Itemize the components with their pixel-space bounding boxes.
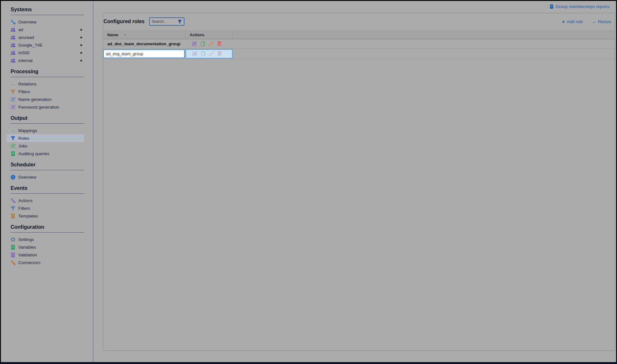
wrench-icon	[11, 260, 15, 265]
funnel-icon	[11, 136, 15, 141]
section-divider	[11, 193, 84, 194]
left-right-arrows-icon: ↔	[11, 82, 15, 86]
caret-right-icon: ▶	[80, 43, 84, 47]
table-row-editing	[103, 49, 614, 59]
pencil-icon[interactable]	[209, 51, 214, 56]
section-title: Output	[11, 115, 93, 121]
panel-toolbar: Configured roles + Add role ↔ Resize	[103, 13, 614, 26]
sidebar-item-label: Auditing queries	[18, 151, 49, 156]
sidebar-item-label: Mappings	[18, 128, 37, 133]
sidebar-item-variables[interactable]: Variables	[11, 243, 84, 251]
doc-pencil-icon	[11, 97, 15, 102]
trash-icon[interactable]	[217, 51, 222, 56]
sidebar-section-configuration: Configuration Settings Variables Validat…	[11, 224, 93, 266]
section-title: Events	[11, 185, 93, 191]
table-row: ad_doc_team_documentation_group	[103, 39, 614, 49]
users-icon	[11, 35, 15, 40]
role-name-cell: ad_doc_team_documentation_group	[103, 41, 185, 46]
sidebar-item-connectors[interactable]: Connectors	[11, 259, 84, 266]
document-icon	[11, 214, 15, 218]
sidebar: Systems Overview ad ▶ azuread ▶ Google_T…	[1, 1, 94, 362]
column-header-name[interactable]: Name ↑	[103, 31, 185, 39]
sidebar-item-google-t4e[interactable]: Google_T4E ▶	[11, 41, 84, 49]
sidebar-item-label: Templates	[18, 214, 38, 218]
left-right-arrows-icon: ↔	[11, 128, 15, 133]
sidebar-item-label: Filters	[18, 206, 30, 211]
sidebar-item-settings[interactable]: Settings	[11, 235, 84, 243]
sidebar-item-hr500[interactable]: hr500 ▶	[11, 49, 84, 57]
sidebar-item-roles[interactable]: Roles	[6, 134, 84, 142]
sidebar-item-relations[interactable]: ↔ Relations	[11, 80, 84, 88]
users-icon	[11, 27, 15, 32]
pencil-icon[interactable]	[209, 41, 213, 46]
document-icon	[11, 245, 15, 250]
row-filler	[232, 39, 614, 49]
sidebar-item-mappings[interactable]: ↔ Mappings	[11, 127, 84, 134]
role-name-input[interactable]	[103, 49, 185, 58]
caret-right-icon: ▶	[80, 51, 84, 54]
sidebar-section-output: Output ↔ Mappings Roles Jobs Auditing qu…	[11, 115, 93, 157]
resize-button[interactable]: ↔ Resize	[592, 19, 611, 24]
section-title: Systems	[11, 6, 93, 13]
sort-asc-icon: ↑	[124, 33, 126, 37]
copy-icon[interactable]	[201, 51, 205, 56]
sidebar-section-events: Events Actions Filters Templates	[11, 185, 93, 220]
sidebar-item-label: Settings	[18, 237, 34, 242]
sidebar-item-label: Roles	[18, 136, 30, 141]
sidebar-item-filters[interactable]: Filters	[11, 88, 84, 95]
edit-icon[interactable]	[192, 41, 197, 46]
section-title: Processing	[11, 68, 93, 75]
resize-label: Resize	[598, 19, 611, 24]
plus-icon: +	[562, 19, 565, 24]
sidebar-item-label: Password generation	[18, 105, 59, 110]
sidebar-item-ad[interactable]: ad ▶	[11, 26, 84, 33]
sidebar-item-azuread[interactable]: azuread ▶	[11, 33, 84, 41]
search-input[interactable]	[152, 19, 175, 24]
sidebar-item-overview[interactable]: Overview	[11, 18, 84, 26]
main-area: Group memberships reports Configured rol…	[94, 1, 616, 362]
clock-icon	[11, 175, 15, 180]
group-memberships-reports-label: Group memberships reports	[556, 4, 610, 9]
search-filter-icon[interactable]	[178, 20, 182, 24]
sidebar-item-validation[interactable]: Validation	[11, 251, 84, 259]
sidebar-item-label: internal	[18, 58, 32, 63]
row-filler	[233, 49, 614, 59]
section-title: Scheduler	[11, 162, 93, 168]
copy-icon[interactable]	[200, 41, 205, 46]
sidebar-item-password-generation[interactable]: Password generation	[11, 103, 84, 111]
sidebar-item-actions[interactable]: Actions	[11, 197, 84, 204]
sidebar-item-event-filters[interactable]: Filters	[11, 204, 84, 212]
sidebar-item-label: Relations	[18, 82, 36, 86]
sidebar-item-label: Validation	[18, 253, 37, 257]
search-box[interactable]	[149, 17, 184, 26]
role-actions-cell-editing	[185, 49, 233, 58]
edit-icon[interactable]	[192, 51, 197, 56]
document-icon	[11, 253, 15, 257]
sidebar-item-jobs[interactable]: Jobs	[11, 142, 84, 150]
document-icon	[11, 151, 15, 156]
sidebar-item-internal[interactable]: internal ▶	[11, 57, 84, 64]
sidebar-item-auditing-queries[interactable]: Auditing queries	[11, 150, 84, 157]
column-header-name-label: Name	[107, 33, 118, 37]
sidebar-item-templates[interactable]: Templates	[11, 212, 84, 220]
role-actions-cell	[185, 41, 232, 46]
column-header-actions-label: Actions	[190, 33, 204, 37]
sidebar-item-label: Connectors	[18, 260, 40, 265]
group-memberships-reports-link[interactable]: Group memberships reports	[550, 4, 610, 9]
sidebar-section-systems: Systems Overview ad ▶ azuread ▶ Google_T…	[11, 6, 93, 64]
gear-icon	[11, 237, 15, 242]
sidebar-item-scheduler-overview[interactable]: Overview	[11, 173, 84, 181]
funnel-icon	[11, 89, 15, 94]
sidebar-item-name-generation[interactable]: Name generation	[11, 95, 84, 103]
column-header-filler	[232, 31, 614, 39]
sidebar-item-label: Jobs	[18, 144, 28, 148]
sidebar-item-label: ad	[18, 27, 23, 32]
role-name-edit-cell	[103, 49, 185, 58]
doc-pencil-icon	[11, 144, 15, 148]
section-divider	[11, 170, 84, 170]
add-role-button[interactable]: + Add role	[562, 19, 583, 24]
page-title: Configured roles	[103, 19, 145, 24]
column-header-actions: Actions	[185, 31, 232, 39]
users-icon	[11, 58, 15, 63]
trash-icon[interactable]	[217, 41, 222, 46]
